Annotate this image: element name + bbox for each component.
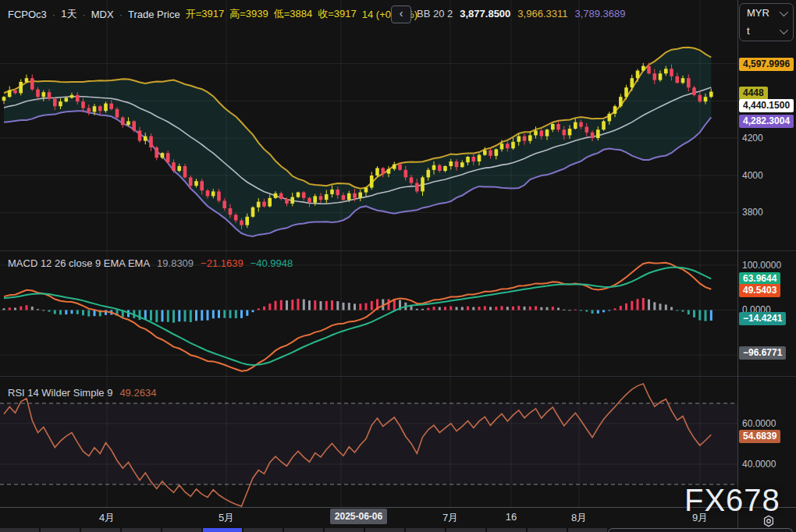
bollinger-fill bbox=[4, 48, 711, 236]
time-axis-label: 7月 bbox=[442, 511, 458, 525]
chart-canvas[interactable] bbox=[0, 0, 737, 507]
strip-segment[interactable] bbox=[0, 528, 39, 532]
rsi-current-badge: 54.6839 bbox=[739, 430, 780, 443]
ohlc-open: 开=3917 bbox=[186, 7, 225, 21]
ohlc-close: 收=3917 bbox=[318, 7, 357, 21]
strip-segment[interactable] bbox=[528, 528, 567, 532]
separator-dot: · bbox=[119, 9, 123, 20]
strip-segment[interactable] bbox=[487, 528, 526, 532]
strip-segment[interactable] bbox=[81, 528, 120, 532]
strip-segment[interactable] bbox=[122, 528, 161, 532]
bollinger-upper-line bbox=[4, 48, 711, 189]
bb-basis-value: 3,877.8500 bbox=[460, 8, 510, 20]
strip-segment[interactable] bbox=[325, 528, 364, 532]
collapse-legend-button[interactable]: ‹ bbox=[391, 5, 411, 23]
currency-unit-selector: MYR t bbox=[739, 3, 794, 41]
time-axis-label: 4月 bbox=[99, 511, 115, 525]
bb-lower-value: 3,789.3689 bbox=[574, 8, 625, 20]
bb-title[interactable]: BB 20 2 bbox=[417, 8, 453, 20]
last-price-badge: 4448 bbox=[739, 87, 768, 100]
interval-selector[interactable]: 1天 bbox=[61, 7, 76, 21]
rsi-tick-60: 60.0000 bbox=[742, 418, 776, 429]
bb-upper-value: 3,966.3311 bbox=[517, 8, 567, 20]
macd-title[interactable]: MACD 12 26 close 9 EMA EMA bbox=[8, 257, 150, 269]
macd-line-badge: 49.5403 bbox=[739, 284, 780, 297]
bb-upper-price-badge: 4,597.9996 bbox=[739, 58, 794, 71]
macd-value-2: −21.1639 bbox=[201, 257, 243, 269]
price-tick-3800: 3800 bbox=[742, 207, 763, 218]
chevron-down-icon bbox=[780, 7, 788, 16]
macd-low-badge: −96.6771 bbox=[739, 346, 786, 360]
gear-icon[interactable] bbox=[762, 514, 776, 528]
crosshair-date-badge: 2025-06-06 bbox=[330, 509, 387, 524]
exchange-label: MDX bbox=[91, 9, 114, 20]
price-type-label: Trade Price bbox=[128, 9, 180, 20]
strip-segment[interactable] bbox=[365, 528, 404, 532]
currency-value: MYR bbox=[747, 7, 769, 19]
macd-signal-line bbox=[4, 268, 711, 365]
symbol-name[interactable]: FCPOc3 bbox=[8, 9, 47, 20]
macd-legend: MACD 12 26 close 9 EMA EMA 19.8309 −21.1… bbox=[8, 257, 293, 269]
separator-dot: · bbox=[52, 9, 55, 20]
rsi-pane[interactable] bbox=[0, 384, 737, 506]
macd-value-1: 19.8309 bbox=[157, 257, 194, 269]
ohlc-low: 低=3884 bbox=[274, 7, 313, 21]
separator-dot: · bbox=[82, 9, 85, 20]
rsi-band-fill bbox=[0, 403, 737, 484]
bottom-tab-strip[interactable] bbox=[0, 528, 608, 532]
macd-value-3: −40.9948 bbox=[251, 257, 293, 269]
bollinger-legend: BB 20 2 3,877.8500 3,966.3311 3,789.3689 bbox=[417, 8, 626, 20]
chevron-down-icon bbox=[780, 25, 788, 34]
price-tick-4200: 4200 bbox=[742, 133, 763, 144]
price-tick-4000: 4000 bbox=[742, 170, 763, 181]
ohlc-high: 高=3939 bbox=[229, 7, 268, 21]
strip-segment[interactable] bbox=[162, 528, 201, 532]
currency-dropdown[interactable]: MYR bbox=[740, 4, 793, 22]
macd-hist-badge: −14.4241 bbox=[739, 312, 786, 325]
rsi-tick-40: 40.0000 bbox=[742, 459, 776, 470]
unit-value: t bbox=[747, 25, 750, 37]
pane-separator-macd-rsi[interactable] bbox=[0, 376, 796, 377]
trading-chart-app: FCPOc3 · 1天 · MDX · Trade Price 开=3917 高… bbox=[0, 0, 796, 532]
strip-segment[interactable] bbox=[243, 528, 283, 532]
rsi-value: 49.2634 bbox=[119, 387, 156, 399]
strip-segment[interactable] bbox=[568, 528, 607, 532]
strip-segment[interactable] bbox=[446, 528, 485, 532]
strip-segment[interactable] bbox=[284, 528, 323, 532]
unit-dropdown[interactable]: t bbox=[740, 22, 793, 40]
strip-segment[interactable] bbox=[406, 528, 445, 532]
rsi-title[interactable]: RSI 14 Wilder Simple 9 bbox=[8, 387, 112, 399]
strip-segment[interactable] bbox=[41, 528, 80, 532]
macd-tick-100: 100.0000 bbox=[742, 260, 781, 271]
time-axis-label: 8月 bbox=[571, 511, 587, 525]
pane-separator-price-macd[interactable] bbox=[0, 250, 796, 251]
symbol-header: FCPOc3 · 1天 · MDX · Trade Price 开=3917 高… bbox=[8, 7, 418, 21]
time-axis-border bbox=[0, 507, 796, 508]
strip-segment-active[interactable] bbox=[203, 528, 242, 532]
bb-lower-price-badge: 4,282.3004 bbox=[739, 115, 794, 128]
price-axis-border[interactable] bbox=[737, 0, 738, 528]
time-axis-label: 16 bbox=[506, 511, 517, 523]
close-price-badge: 4,440.1500 bbox=[739, 99, 794, 112]
bottom-right-toolbar[interactable] bbox=[608, 528, 793, 532]
watermark: FX678 bbox=[684, 483, 780, 518]
time-axis-label: 5月 bbox=[219, 511, 234, 525]
rsi-legend: RSI 14 Wilder Simple 9 49.2634 bbox=[8, 387, 156, 399]
price-pane[interactable] bbox=[2, 48, 713, 236]
